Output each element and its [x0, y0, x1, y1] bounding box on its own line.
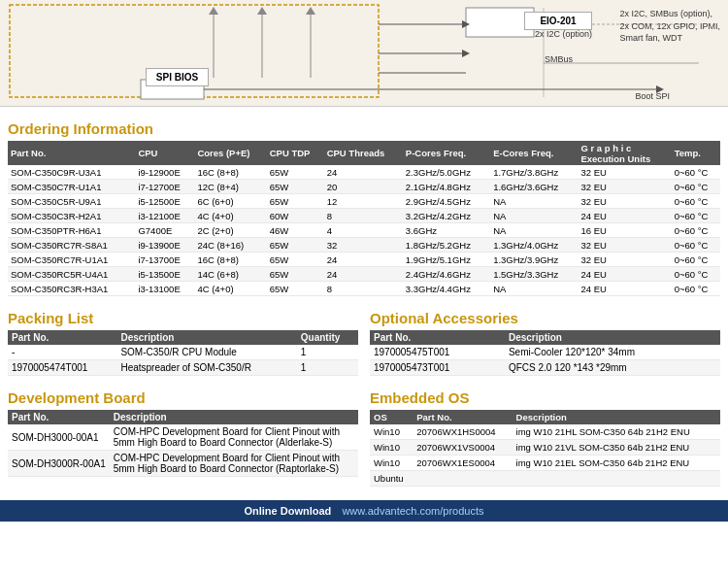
eio-box: EIO-201 [524, 12, 592, 30]
table-row: SOM-C350RC5R-U4A1i5-13500E14C (6+8)65W24… [8, 267, 720, 282]
col-temp: Temp. [672, 141, 720, 165]
col-tdp: CPU TDP [267, 141, 324, 165]
pack-col-part: Part No. [8, 330, 116, 345]
col-cores: Cores (P+E) [194, 141, 266, 165]
embedded-col: Embedded OS OS Part No. Description Win1… [370, 382, 720, 487]
col-ecores: E-Cores Freq. [490, 141, 578, 165]
bottom-two-col: Packing List Part No. Description Quanti… [8, 302, 720, 376]
devboard-col: Development Board Part No. Description S… [8, 382, 358, 487]
dev-col-part: Part No. [8, 410, 110, 424]
table-row: SOM-C350C5R-U9A1i5-12500E6C (6+0)65W122.… [8, 194, 720, 209]
main-content: Ordering Information Part No. CPU Cores … [0, 107, 728, 492]
emb-col-os: OS [370, 410, 413, 424]
list-item: 1970005475T001Semi-Cooler 120*120* 34mm [370, 345, 720, 360]
opt-col-part: Part No. [370, 330, 505, 345]
col-threads: CPU Threads [324, 141, 403, 165]
smbus-label: SMBus [545, 54, 573, 64]
list-item: SOM-DH3000-00A1COM-HPC Development Board… [8, 424, 358, 451]
ordering-table: Part No. CPU Cores (P+E) CPU TDP CPU Thr… [8, 141, 720, 296]
devboard-title: Development Board [8, 389, 358, 406]
list-item: -SOM-C350/R CPU Module1 [8, 345, 358, 360]
table-row: SOM-C350C3R-H2A1i3-12100E4C (4+0)60W83.2… [8, 209, 720, 223]
pack-col-desc: Description [116, 330, 296, 345]
table-row: SOM-C350C7R-U1A1i7-12700E12C (8+4)65W202… [8, 180, 720, 194]
col-graphics: G r a p h i cExecution Units [578, 141, 671, 165]
list-item: Win1020706WX1VS0004img W10 21VL SOM-C350… [370, 440, 720, 456]
table-row: SOM-C350RC7R-S8A1i9-13900E24C (8+16)65W3… [8, 238, 720, 253]
table-row: SOM-C350C9R-U3A1i9-12900E16C (8+8)65W242… [8, 165, 720, 180]
svg-marker-18 [306, 7, 315, 15]
packing-col: Packing List Part No. Description Quanti… [8, 302, 358, 376]
col-cpu: CPU [135, 141, 194, 165]
svg-marker-16 [209, 7, 218, 15]
list-item: Win1020706WX1ES0004img W10 21EL SOM-C350… [370, 456, 720, 471]
embedded-table: OS Part No. Description Win1020706WX1HS0… [370, 410, 720, 487]
diagram-area: EIO-201 SPI BIOS 2x I2C, SMBus (option),… [0, 0, 728, 107]
ordering-title: Ordering Information [8, 120, 720, 137]
pack-col-qty: Quantity [297, 330, 358, 345]
list-item: 1970005474T001Heatspreader of SOM-C350/R… [8, 360, 358, 376]
list-item: SOM-DH3000R-00A1COM-HPC Development Boar… [8, 451, 358, 477]
svg-marker-17 [257, 7, 267, 15]
boot-spi-label: Boot SPI [635, 91, 670, 101]
packing-table: Part No. Description Quantity -SOM-C350/… [8, 330, 358, 376]
table-row: SOM-C350PTR-H6A1G7400E2C (2+0)46W43.6GHz… [8, 223, 720, 238]
table-row: SOM-C350RC7R-U1A1i7-13700E16C (8+8)65W24… [8, 253, 720, 267]
list-item: Win1020706WX1HS0004img W10 21HL SOM-C350… [370, 424, 720, 440]
col-pcores: P-Cores Freq. [403, 141, 490, 165]
footer-label: Online Download [244, 505, 331, 517]
dev-col-desc: Description [110, 410, 358, 424]
list-item: Ubuntu [370, 471, 720, 487]
ordering-table-wrapper: Part No. CPU Cores (P+E) CPU TDP CPU Thr… [8, 141, 720, 296]
emb-col-part: Part No. [413, 410, 512, 424]
dev-embedded-col: Development Board Part No. Description S… [8, 382, 720, 487]
packing-title: Packing List [8, 310, 358, 326]
devboard-table: Part No. Description SOM-DH3000-00A1COM-… [8, 410, 358, 477]
table-row: SOM-C350RC3R-H3A1i3-13100E4C (4+0)65W83.… [8, 282, 720, 296]
svg-marker-5 [462, 50, 470, 57]
list-item: 1970005473T001QFCS 2.0 120 *143 *29mm [370, 360, 720, 376]
opt-col-desc: Description [505, 330, 720, 345]
emb-col-desc: Description [513, 410, 720, 424]
col-part-no: Part No. [8, 141, 135, 165]
optional-title: Optional Accessories [370, 310, 720, 326]
footer-bar: Online Download www.advantech.com/produc… [0, 500, 728, 522]
i2c-option-label: 2x I2C (option) [535, 29, 592, 39]
optional-col: Optional Accessories Part No. Descriptio… [370, 302, 720, 376]
optional-table: Part No. Description 1970005475T001Semi-… [370, 330, 720, 376]
spi-bios-box: SPI BIOS [146, 68, 209, 86]
right-notes: 2x I2C, SMBus (option),2x COM, 12x GPIO,… [619, 8, 720, 45]
footer-url: www.advantech.com/products [342, 505, 483, 517]
embedded-title: Embedded OS [370, 389, 720, 406]
